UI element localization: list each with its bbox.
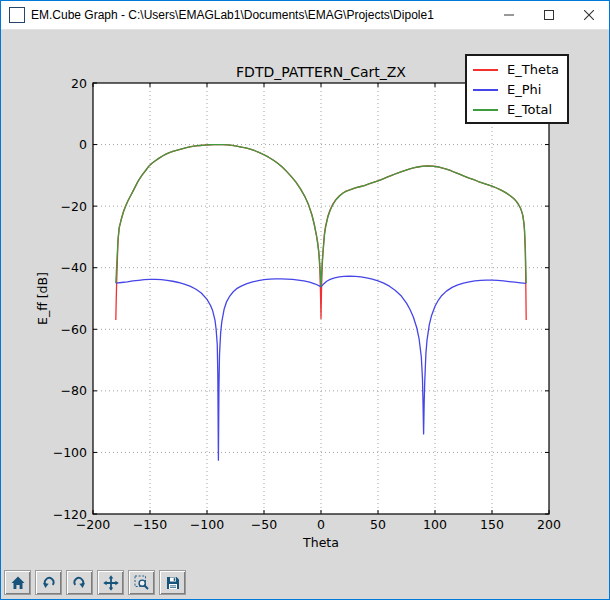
- y-axis-label: E_ff [dB]: [35, 272, 50, 325]
- minimize-icon: [504, 10, 514, 20]
- pan-button[interactable]: [97, 570, 124, 595]
- window-title: EM.Cube Graph - C:\Users\EMAGLab1\Docume…: [31, 8, 489, 22]
- legend-entry: E_Total: [473, 101, 561, 118]
- svg-text:150: 150: [480, 517, 504, 532]
- close-icon: [584, 10, 594, 20]
- legend-entry: E_Theta: [473, 61, 561, 78]
- svg-text:−40: −40: [61, 260, 87, 275]
- app-icon: [9, 7, 25, 23]
- zoom-button[interactable]: [128, 570, 155, 595]
- zoom-magnifier-icon: [134, 575, 150, 591]
- pan-move-icon: [103, 575, 119, 591]
- svg-text:−80: −80: [61, 383, 87, 398]
- window-controls: [489, 1, 609, 29]
- save-floppy-icon: [165, 575, 181, 591]
- figure-area: −200−150−100−50050100150200200−20−40−60−…: [1, 31, 609, 566]
- close-button[interactable]: [569, 1, 609, 29]
- titlebar: EM.Cube Graph - C:\Users\EMAGLab1\Docume…: [1, 1, 609, 30]
- svg-text:0: 0: [79, 137, 87, 152]
- svg-text:−50: −50: [251, 517, 277, 532]
- svg-text:200: 200: [537, 517, 561, 532]
- back-button[interactable]: [35, 570, 62, 595]
- save-button[interactable]: [159, 570, 186, 595]
- navigation-toolbar: [1, 566, 609, 599]
- svg-text:−100: −100: [53, 445, 87, 460]
- svg-text:−20: −20: [61, 199, 87, 214]
- legend-entry: E_Phi: [473, 81, 561, 98]
- svg-text:−120: −120: [53, 507, 87, 522]
- minimize-button[interactable]: [489, 1, 529, 29]
- x-axis-label: Theta: [302, 535, 339, 550]
- legend-line-sample: [473, 69, 498, 71]
- home-button[interactable]: [4, 570, 31, 595]
- legend-label: E_Phi: [507, 83, 541, 96]
- forward-arrow-icon: [72, 575, 87, 590]
- legend-label: E_Theta: [507, 63, 559, 76]
- svg-text:−60: −60: [61, 322, 87, 337]
- svg-text:−150: −150: [133, 517, 167, 532]
- back-arrow-icon: [41, 575, 56, 590]
- svg-text:100: 100: [423, 517, 447, 532]
- svg-text:0: 0: [317, 517, 325, 532]
- svg-text:50: 50: [370, 517, 386, 532]
- home-icon: [10, 575, 26, 591]
- chart-legend: E_ThetaE_PhiE_Total: [465, 54, 569, 124]
- maximize-button[interactable]: [529, 1, 569, 29]
- legend-label: E_Total: [507, 103, 552, 116]
- chart-title: FDTD_PATTERN_Cart_ZX: [236, 64, 406, 80]
- svg-text:20: 20: [71, 76, 87, 91]
- maximize-icon: [544, 10, 554, 20]
- app-window: EM.Cube Graph - C:\Users\EMAGLab1\Docume…: [0, 0, 610, 600]
- svg-text:−100: −100: [190, 517, 224, 532]
- forward-button[interactable]: [66, 570, 93, 595]
- legend-line-sample: [473, 109, 498, 111]
- legend-line-sample: [473, 89, 498, 91]
